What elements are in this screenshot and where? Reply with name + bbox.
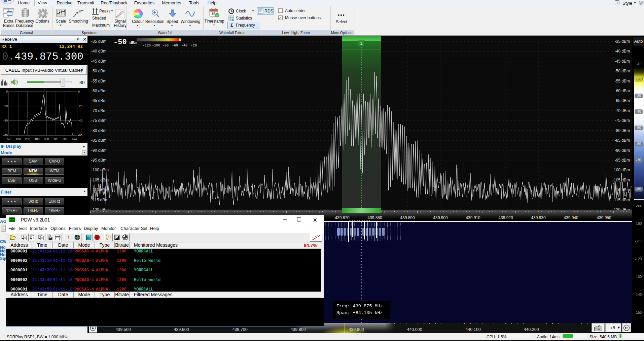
svg-text:-60: -60 [78, 134, 82, 137]
svg-text:0: 0 [78, 90, 80, 93]
svg-text:-20: -20 [78, 104, 82, 108]
svg-text:3k2: 3k2 [63, 137, 68, 141]
svg-text:1: 1 [360, 41, 362, 45]
svg-text:200: 200 [25, 137, 30, 141]
svg-text:6k4: 6k4 [72, 137, 77, 141]
svg-text:!: ! [68, 235, 70, 240]
svg-text:0: 0 [6, 90, 8, 93]
svg-text:-40: -40 [3, 119, 8, 122]
svg-text:-60: -60 [3, 134, 8, 137]
svg-text:?: ? [107, 235, 109, 239]
svg-text:-40: -40 [78, 119, 82, 122]
svg-text:1k6: 1k6 [53, 137, 59, 141]
svg-text:800: 800 [44, 137, 49, 141]
svg-text:15: 15 [211, 12, 215, 16]
svg-text:-20: -20 [3, 104, 8, 108]
svg-text:50: 50 [7, 137, 10, 141]
svg-text:9: 9 [232, 18, 234, 22]
svg-text:100: 100 [15, 137, 21, 141]
svg-text:400: 400 [34, 137, 39, 141]
